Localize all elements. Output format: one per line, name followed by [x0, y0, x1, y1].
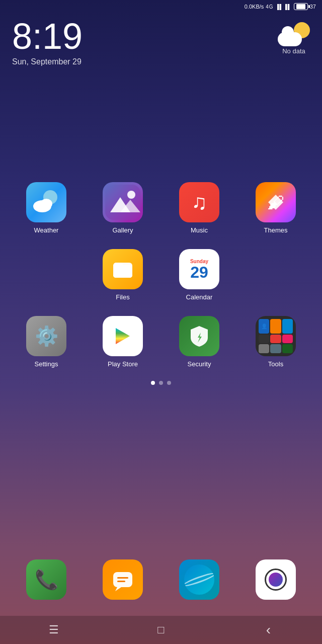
app-music[interactable]: ♫ Music	[161, 177, 237, 239]
tool-cell-4	[259, 335, 269, 344]
camera-icon	[256, 559, 296, 600]
svg-point-2	[40, 199, 52, 209]
home-icon: □	[157, 623, 164, 636]
gear-icon: ⚙️	[35, 325, 58, 347]
security-label: Security	[188, 360, 211, 368]
back-icon: ‹	[266, 622, 271, 638]
music-app-icon: ♫	[179, 182, 219, 222]
weather-icon	[278, 22, 310, 46]
page-indicators	[0, 381, 322, 385]
app-row-2: Files Sunday 29 Calendar	[0, 244, 322, 306]
music-label: Music	[191, 226, 208, 234]
gallery-app-icon	[103, 182, 143, 222]
tool-cell-1: 👤	[259, 319, 269, 334]
tools-label: Tools	[268, 360, 283, 368]
phone-icon: 📞	[26, 559, 66, 600]
security-app-icon	[179, 316, 219, 356]
clock-area: 8:19 Sun, September 29 No data	[0, 13, 322, 66]
app-gallery[interactable]: Gallery	[85, 177, 161, 239]
app-security[interactable]: Security	[161, 311, 237, 373]
camera-lens-inner	[269, 573, 283, 587]
messenger-icon	[103, 559, 143, 600]
svg-rect-10	[113, 572, 132, 587]
files-label: Files	[116, 293, 129, 301]
clock-section: 8:19 Sun, September 29	[12, 18, 83, 66]
nav-home-button[interactable]: □	[151, 620, 171, 640]
clock-date: Sun, September 29	[12, 57, 83, 66]
nav-back-button[interactable]: ‹	[258, 620, 278, 640]
app-settings[interactable]: ⚙️ Settings	[8, 311, 85, 373]
page-dot-3[interactable]	[167, 381, 171, 385]
page-dot-2[interactable]	[159, 381, 163, 385]
tool-cell-8	[270, 344, 281, 353]
weather-widget[interactable]: No data	[278, 22, 310, 55]
battery-percent: 37	[310, 4, 316, 10]
svg-point-6	[127, 191, 135, 199]
app-tools[interactable]: 👤 Tools	[237, 311, 314, 373]
tool-cell-7	[259, 344, 269, 353]
music-note-icon: ♫	[191, 190, 207, 214]
settings-app-icon: ⚙️	[26, 316, 66, 356]
weather-app-icon	[26, 182, 66, 222]
app-themes[interactable]: 🖌 Themes	[237, 177, 314, 239]
planet-shape	[184, 565, 214, 595]
nav-bar: ☰ □ ‹	[0, 616, 322, 644]
page-dot-1[interactable]	[151, 381, 155, 385]
dock-browser[interactable]	[161, 554, 237, 609]
calendar-date: 29	[190, 264, 208, 280]
calendar-label: Calendar	[186, 293, 213, 301]
network-speed: 0.0KB/s	[245, 4, 264, 10]
status-bar: 0.0KB/s 4G ▐▌▐▌ 37	[0, 0, 322, 13]
svg-marker-11	[115, 587, 121, 591]
clock-time: 8:19	[12, 18, 83, 54]
tool-cell-2	[270, 319, 281, 334]
dock-messenger[interactable]	[85, 554, 161, 609]
app-empty-1	[8, 244, 85, 306]
camera-lens	[265, 569, 287, 591]
gallery-label: Gallery	[112, 226, 133, 234]
tool-cell-5	[270, 335, 281, 344]
battery-indicator	[294, 3, 308, 10]
tools-app-icon: 👤	[256, 316, 296, 356]
browser-icon	[179, 559, 219, 600]
playstore-app-icon	[103, 316, 143, 356]
app-calendar[interactable]: Sunday 29 Calendar	[161, 244, 237, 306]
app-files[interactable]: Files	[85, 244, 161, 306]
files-app-icon	[103, 249, 143, 289]
svg-rect-13	[117, 581, 125, 582]
menu-icon: ☰	[49, 623, 59, 636]
network-icons: 4G ▐▌▐▌	[266, 4, 291, 10]
settings-label: Settings	[35, 360, 58, 368]
tool-cell-9	[282, 344, 293, 353]
phone-glyph: 📞	[35, 569, 58, 591]
weather-label: Weather	[34, 226, 59, 234]
dock: 📞	[0, 549, 322, 614]
nav-menu-button[interactable]: ☰	[44, 620, 64, 640]
calendar-app-icon: Sunday 29	[179, 249, 219, 289]
app-empty-2	[237, 244, 314, 306]
dock-phone[interactable]: 📞	[8, 554, 85, 609]
app-playstore[interactable]: Play Store	[85, 311, 161, 373]
svg-rect-12	[117, 577, 128, 579]
app-row-1: Weather Gallery ♫	[0, 177, 322, 239]
themes-label: Themes	[264, 226, 288, 234]
tools-grid: 👤	[259, 319, 293, 353]
dock-camera[interactable]	[237, 554, 314, 609]
brush-icon: 🖌	[267, 193, 284, 212]
cloud-icon	[278, 32, 302, 46]
themes-app-icon: 🖌	[256, 182, 296, 222]
weather-status: No data	[282, 47, 305, 55]
tool-cell-3	[282, 319, 293, 334]
app-row-3: ⚙️ Settings Play Store	[0, 311, 322, 373]
planet-ring	[184, 571, 214, 588]
app-weather[interactable]: Weather	[8, 177, 85, 239]
playstore-label: Play Store	[108, 360, 138, 368]
tool-cell-6	[282, 335, 293, 344]
